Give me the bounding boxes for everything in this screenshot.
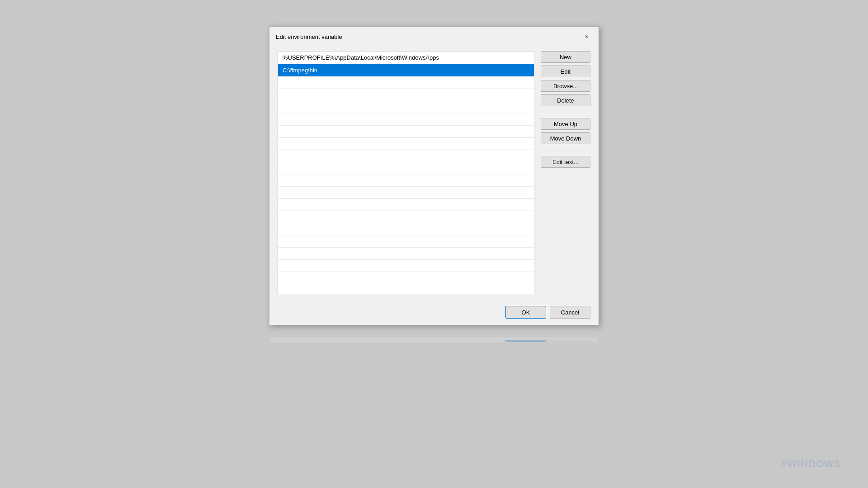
ok-button[interactable]: OK <box>505 306 546 319</box>
list-item[interactable] <box>278 174 534 187</box>
list-item[interactable] <box>278 138 534 150</box>
list-item[interactable] <box>278 272 534 284</box>
list-item[interactable]: %USERPROFILE%\AppData\Local\Microsoft\Wi… <box>278 52 534 64</box>
list-item[interactable] <box>278 187 534 199</box>
list-item[interactable] <box>278 235 534 248</box>
list-item[interactable] <box>278 199 534 211</box>
list-item[interactable] <box>278 211 534 223</box>
windows-tag: #WINDOWS <box>782 458 841 470</box>
edit-text-button[interactable]: Edit text... <box>541 156 590 168</box>
list-item[interactable]: C:\ffmpeg\bin <box>278 64 534 77</box>
list-item[interactable] <box>278 248 534 260</box>
env-list[interactable]: %USERPROFILE%\AppData\Local\Microsoft\Wi… <box>278 51 534 295</box>
list-item[interactable] <box>278 113 534 126</box>
list-item[interactable] <box>278 89 534 101</box>
list-item[interactable] <box>278 223 534 235</box>
button-spacer <box>541 109 590 115</box>
button-spacer-2 <box>541 147 590 153</box>
list-item[interactable] <box>278 126 534 138</box>
dialog-footer: OK Cancel <box>269 302 599 325</box>
browse-button[interactable]: Browse... <box>541 80 590 92</box>
title-bar: Edit environment variable × <box>269 27 599 46</box>
edit-button[interactable]: Edit <box>541 66 590 77</box>
new-button[interactable]: New <box>541 51 590 63</box>
move-up-button[interactable]: Move Up <box>541 118 590 130</box>
list-item[interactable] <box>278 101 534 113</box>
dialog-title: Edit environment variable <box>276 33 342 40</box>
list-item[interactable] <box>278 162 534 174</box>
dialog-content: %USERPROFILE%\AppData\Local\Microsoft\Wi… <box>269 46 599 302</box>
list-item[interactable] <box>278 260 534 272</box>
dialog-reflection <box>269 337 599 343</box>
list-item[interactable] <box>278 150 534 162</box>
close-button[interactable]: × <box>581 31 592 42</box>
cancel-button[interactable]: Cancel <box>550 306 590 319</box>
edit-env-dialog: Edit environment variable × %USERPROFILE… <box>269 26 599 325</box>
move-down-button[interactable]: Move Down <box>541 132 590 144</box>
list-item[interactable] <box>278 77 534 89</box>
action-buttons: New Edit Browse... Delete Move Up Move D… <box>541 51 590 295</box>
delete-button[interactable]: Delete <box>541 94 590 106</box>
